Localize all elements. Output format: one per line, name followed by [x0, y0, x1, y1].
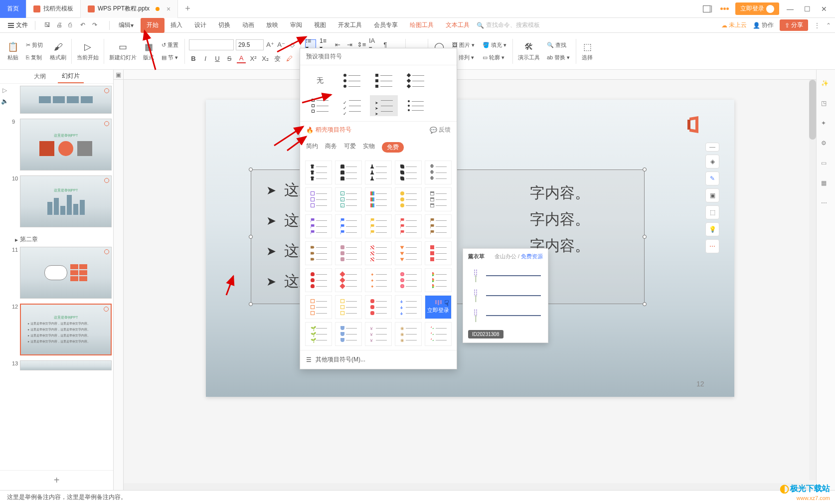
menu-tab-start[interactable]: 开始: [141, 18, 165, 33]
menu-tab-vip[interactable]: 会员专享: [368, 18, 404, 33]
bullet-item-sign[interactable]: [305, 241, 332, 265]
window-close-button[interactable]: ✕: [818, 3, 830, 15]
vertical-scrollbar[interactable]: [809, 80, 816, 480]
close-tab-icon[interactable]: ×: [167, 5, 170, 13]
highlight-button[interactable]: 🖊: [285, 54, 294, 63]
bullet-item-fan[interactable]: [425, 268, 452, 292]
subscript-button[interactable]: X₂: [261, 54, 270, 63]
preview-link[interactable]: 免费资源: [521, 253, 543, 259]
slide-thumb-13[interactable]: 13: [13, 360, 109, 370]
outline-tab-outline[interactable]: 大纲: [30, 70, 50, 83]
redo-icon[interactable]: ↷: [92, 21, 100, 29]
bullet-item-plus[interactable]: +++: [395, 295, 422, 319]
resize-handle-bl[interactable]: [249, 302, 253, 306]
bullet-item-flag-yellow[interactable]: [365, 214, 392, 238]
bullet-item-leaf[interactable]: [395, 161, 422, 184]
play-small-icon[interactable]: ▷: [2, 87, 7, 94]
other-bullets-button[interactable]: ☰ 其他项目符号(M)...: [300, 350, 457, 369]
cat-cute[interactable]: 可爱: [344, 142, 356, 153]
bullet-item-carrot[interactable]: [395, 241, 422, 265]
save-icon[interactable]: 🖫: [44, 21, 52, 29]
app-grid-icon[interactable]: [718, 3, 730, 15]
idea-tool-icon[interactable]: 💡: [705, 222, 719, 236]
sidebar-more-icon[interactable]: ⋯: [821, 199, 831, 209]
sidebar-animation-icon[interactable]: ✦: [821, 120, 831, 130]
hamburger-menu-button[interactable]: 文件: [4, 21, 32, 29]
bullet-item-flag-blue[interactable]: [335, 214, 362, 238]
bullet-item-shirt[interactable]: [305, 161, 332, 184]
pen-tool-icon[interactable]: ✎: [705, 171, 719, 185]
bullet-preset-arrow[interactable]: [370, 95, 398, 116]
bullet-item-badge[interactable]: [395, 187, 422, 211]
bullet-item-gift[interactable]: [425, 241, 452, 265]
bullet-preset-square[interactable]: [370, 70, 398, 91]
cat-simple[interactable]: 简约: [306, 142, 318, 153]
slide-thumb-12[interactable]: 12 这里是举例PPT▸ 这里是举例文字内容，这里是举例文字内容。▸ 这里是举例…: [13, 304, 109, 355]
bullet-preset-disc[interactable]: [338, 70, 366, 91]
bullet-item-checkbox[interactable]: ✓✓✓: [335, 187, 362, 211]
reading-layout-icon[interactable]: [701, 3, 713, 15]
bullet-item-lavender-login[interactable]: 立即登录 ☟: [425, 295, 452, 319]
bullet-preset-diamond[interactable]: [402, 70, 430, 91]
font-size-input[interactable]: 29.5: [236, 39, 264, 50]
undo-icon[interactable]: ↶: [80, 21, 88, 29]
collapse-ribbon-icon[interactable]: ⌃: [826, 22, 831, 29]
bullet-item-candycane[interactable]: [365, 241, 392, 265]
start-from-current-button[interactable]: ▷ 当前开始: [74, 39, 102, 63]
slide-thumb-10[interactable]: 10 这里是举例PPT: [13, 175, 109, 227]
bullet-item-sparkle[interactable]: ✦✦✦: [365, 268, 392, 292]
cat-business[interactable]: 商务: [325, 142, 337, 153]
bullet-preset-none[interactable]: 无: [306, 70, 334, 91]
sidebar-magic-icon[interactable]: ✨: [821, 80, 831, 90]
format-painter-button[interactable]: 🖌 格式刷: [47, 39, 69, 63]
speaker-icon[interactable]: 🔈: [1, 98, 8, 105]
share-button[interactable]: ⇪ 分享: [780, 19, 808, 31]
underline-button[interactable]: U: [213, 54, 222, 63]
find-button[interactable]: 🔍查找: [545, 40, 572, 50]
bullet-item-lantern[interactable]: [365, 295, 392, 319]
new-slide-button[interactable]: ▭ 新建幻灯片: [106, 39, 140, 63]
more-menu-icon[interactable]: ⋮: [814, 22, 820, 29]
slides-list[interactable]: 9 这里是举例PPT 10 这里是举例PPT ▸ 第二章 11 12 这里是举例…: [9, 84, 113, 470]
tab-current-file[interactable]: WPS PPT教程.pptx ×: [81, 0, 178, 18]
window-maximize-button[interactable]: ☐: [801, 3, 813, 15]
cat-free[interactable]: 免费: [382, 142, 404, 153]
tab-template-store[interactable]: 找稻壳模板: [26, 0, 81, 18]
menu-tab-review[interactable]: 审阅: [284, 18, 308, 33]
bullet-item-flag-brown[interactable]: [425, 214, 452, 238]
chapter-header[interactable]: ▸ 第二章: [13, 232, 109, 247]
sidebar-object-icon[interactable]: ◳: [821, 100, 831, 110]
menu-tab-drawing-tools[interactable]: 绘图工具: [404, 18, 440, 33]
menu-tab-text-tools[interactable]: 文本工具: [440, 18, 476, 33]
menu-edit[interactable]: 编辑 ▾: [113, 18, 140, 33]
crop-tool-icon[interactable]: ▣: [705, 188, 719, 202]
bullet-item-daruma[interactable]: [305, 268, 332, 292]
bullet-item-flag-red[interactable]: [395, 214, 422, 238]
bullet-item-chart[interactable]: [365, 187, 392, 211]
bullet-item-knot[interactable]: [335, 268, 362, 292]
bullet-preset-check[interactable]: [338, 95, 366, 116]
bullet-item-window[interactable]: [425, 187, 452, 211]
command-search[interactable]: 🔍 查找命令、搜索模板: [477, 21, 540, 29]
clear-format-icon[interactable]: ◇: [288, 40, 297, 49]
fill-button[interactable]: 🪣填充 ▾: [481, 40, 508, 50]
bullet-item-drum[interactable]: [335, 241, 362, 265]
sidebar-transition-icon[interactable]: ▭: [821, 160, 831, 169]
menu-tab-insert[interactable]: 插入: [165, 18, 188, 33]
resize-handle-br[interactable]: [643, 302, 647, 306]
bullet-item-doc-orange[interactable]: [305, 295, 332, 319]
frame-tool-icon[interactable]: ⬚: [705, 205, 719, 219]
paste-button[interactable]: 📋 粘贴: [4, 39, 22, 63]
section-button[interactable]: ▤节 ▾: [160, 53, 180, 62]
replace-button[interactable]: ab替换 ▾: [545, 53, 572, 62]
strikethrough-button[interactable]: S: [225, 54, 234, 63]
bold-button[interactable]: B: [189, 54, 198, 63]
print-preview-icon[interactable]: ⎙: [68, 21, 76, 29]
floating-collapse-button[interactable]: —: [705, 143, 719, 152]
bullet-item-wheat[interactable]: ❀❀❀: [395, 322, 422, 346]
italic-button[interactable]: I: [201, 54, 210, 63]
resize-handle-tl[interactable]: [249, 168, 253, 171]
slide-thumb-8[interactable]: [13, 86, 109, 114]
menu-tab-transition[interactable]: 切换: [212, 18, 236, 33]
reset-button[interactable]: ↺重置: [160, 40, 180, 50]
